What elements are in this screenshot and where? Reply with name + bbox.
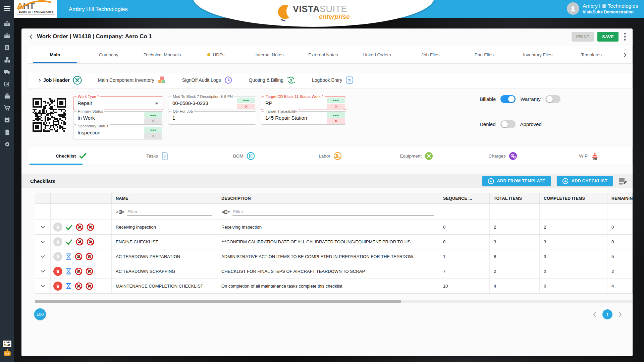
svg-text:$: $ [290, 78, 292, 82]
delete-checklist-button[interactable] [53, 282, 62, 291]
edit-order-icon[interactable] [2, 80, 12, 88]
billing-refresh-dollar-icon: $ [286, 75, 296, 85]
truck-icon[interactable] [2, 68, 12, 76]
billable-toggle[interactable] [500, 95, 516, 103]
target-traceability-clear-button[interactable]: ✕ [327, 118, 345, 124]
text-filter-abc-icon[interactable]: abc [116, 210, 124, 214]
current-page-button[interactable]: 1 [602, 309, 612, 319]
subtab-logbook-entry[interactable]: Logbook Entry✈ [304, 76, 362, 84]
detail-tab-tasks[interactable]: Tasks [114, 147, 201, 165]
text-filter-abc-icon[interactable]: abc [222, 210, 230, 214]
tab-job-files[interactable]: Job Files [404, 46, 457, 63]
more-options-icon[interactable]: ••• [622, 32, 628, 41]
previous-page-icon[interactable] [592, 311, 598, 317]
col-description[interactable]: DESCRIPTION [217, 193, 439, 203]
detail-tab-bom[interactable]: BOM [201, 147, 287, 165]
detail-tab-checklist[interactable]: Checklist [28, 147, 114, 165]
hamburger-menu-icon[interactable] [2, 4, 12, 12]
name-filter-input[interactable] [127, 208, 212, 216]
col-remaining[interactable]: REMAINING [607, 193, 633, 203]
primary-status-field[interactable]: Primary Status In Work ••• ✕ [73, 111, 163, 125]
col-total-items[interactable]: TOTAL ITEMS [490, 193, 540, 203]
avatar[interactable] [567, 2, 579, 15]
primary-status-lookup-button[interactable]: ••• [144, 112, 162, 118]
target-traceability-field[interactable]: Target Traceability 145 Repair Station •… [261, 111, 346, 125]
detail-tab-wip[interactable]: WIP [546, 147, 632, 165]
detail-tab-charges[interactable]: Charges$ [460, 147, 546, 165]
target-cd-lookup-button[interactable]: ••• [327, 98, 345, 103]
tab-main[interactable]: Main [28, 46, 82, 63]
add-from-template-button[interactable]: ADD FROM TEMPLATE [482, 176, 551, 186]
briefcase-icon[interactable] [2, 32, 12, 40]
detail-tab-equipment[interactable]: Equipment [373, 147, 460, 165]
mod-to-block-field[interactable]: Mod To Block 7 Description & 8 PN 00-058… [168, 97, 256, 110]
row-expander-icon[interactable] [35, 249, 51, 264]
row-expander-icon[interactable] [35, 264, 51, 279]
tab-templates[interactable]: Templates [565, 46, 618, 63]
tab-technical-manuals[interactable]: Technical Manuals [136, 46, 189, 63]
tab-company[interactable]: Company [82, 46, 136, 63]
settings-gear-icon[interactable] [2, 140, 12, 148]
warranty-label: Warranty [520, 96, 540, 102]
col-completed-items[interactable]: COMPLETED ITEMS [540, 193, 607, 203]
subtab-quoting-billing[interactable]: Quoting & Billing$ [240, 75, 304, 85]
row-expander-icon[interactable] [35, 279, 51, 293]
add-checklist-button[interactable]: ADD CHECKLIST [557, 176, 613, 186]
signoff-disabled-icon [76, 238, 84, 246]
dropdown-caret-icon[interactable] [155, 103, 158, 105]
page-size-badge[interactable]: 100 [34, 308, 46, 320]
equipment-tools-icon [425, 152, 433, 160]
secondary-status-field[interactable]: Secondary Status Inspection ••• ✕ [73, 126, 163, 139]
row-expander-icon[interactable] [35, 220, 51, 234]
mod-to-block-lookup-button[interactable]: ••• [237, 98, 255, 103]
next-page-icon[interactable] [617, 311, 623, 317]
target-cd-field[interactable]: Target CD Block 11 Status Work * RP ••• … [261, 97, 346, 110]
tab-internal-notes[interactable]: Internal Notes [243, 46, 297, 63]
live-chat-widget[interactable]: LIVE CHAT [2, 340, 12, 359]
denied-approved-toggle[interactable] [500, 120, 516, 128]
checklists-header: Checklists ADD FROM TEMPLATE ADD CHECKLI… [21, 174, 633, 188]
description-filter-input[interactable] [232, 208, 434, 216]
secondary-status-lookup-button[interactable]: ••• [144, 127, 162, 133]
save-button[interactable]: SAVE [597, 32, 619, 42]
tab-external-notes[interactable]: External Notes [297, 46, 350, 63]
delete-checklist-button[interactable] [53, 267, 62, 276]
subtab-job-header[interactable]: ›Job Header [31, 76, 90, 85]
tab-part-files[interactable]: Part Files [457, 46, 511, 63]
svg-text:$: $ [511, 154, 513, 157]
detail-tab-labor[interactable]: Labor [287, 147, 373, 165]
building-icon[interactable] [2, 44, 12, 52]
shopping-cart-icon[interactable] [2, 104, 12, 112]
page-title: Work Order | W1418 | Company: Aero Co 1 [37, 33, 152, 40]
user-menu[interactable]: Ambry Hill Technologies VistaSuite Demon… [567, 2, 638, 15]
edit-columns-icon[interactable] [619, 177, 628, 185]
toolbox-icon[interactable] [2, 19, 12, 27]
cash-register-icon[interactable] [2, 92, 12, 100]
target-traceability-lookup-button[interactable]: ••• [327, 112, 345, 118]
warranty-toggle[interactable] [545, 95, 560, 103]
mod-to-block-clear-button[interactable]: ✕ [237, 104, 255, 109]
back-icon[interactable] [28, 34, 34, 41]
checklist-sequence: 0 [439, 235, 490, 249]
table-filter-row: abc abc [35, 204, 632, 220]
tab-udfs[interactable]: UDFs [189, 46, 243, 63]
document-icon[interactable] [2, 128, 12, 136]
tab-inventory-files[interactable]: Inventory Files [511, 46, 565, 63]
tabs-scroll-right-icon[interactable] [618, 46, 632, 63]
work-type-field[interactable]: Work Type * Repair [73, 97, 163, 110]
inventory-cubes-icon[interactable] [2, 56, 12, 64]
scrollbar-thumb[interactable] [35, 300, 401, 303]
qty-for-job-field[interactable]: Qty For Job 1 [168, 111, 256, 125]
checklist-name: AC TEARDOWN SCRAPPING [112, 264, 217, 279]
calendar-add-icon[interactable] [2, 116, 12, 124]
row-expander-icon[interactable] [35, 235, 51, 249]
target-cd-clear-button[interactable]: ✕ [327, 104, 345, 109]
checklist-description: ***CONFIRM CALIBRATION DATE OF ALL CALIB… [217, 235, 439, 249]
col-name[interactable]: NAME [112, 193, 217, 203]
checklist-check-icon [79, 152, 87, 160]
subtab-main-component-inventory[interactable]: Main Component Inventory [90, 76, 174, 84]
checklist-sequence: 0 [439, 220, 490, 234]
subtab-signoff-audit-logs[interactable]: SignOff Audit Logs [174, 76, 241, 84]
col-sequence[interactable]: SEQUENCE ...↑ [439, 193, 490, 203]
tab-linked-orders[interactable]: Linked Orders [350, 46, 404, 63]
